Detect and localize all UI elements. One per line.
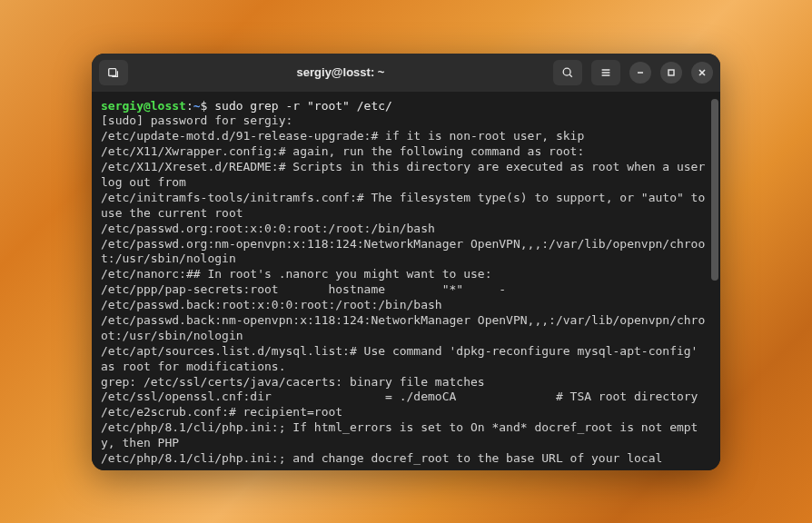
output-line: /etc/e2scrub.conf:# recipient=root	[101, 405, 711, 420]
output-line: /etc/apt/sources.list.d/mysql.list:# Use…	[101, 344, 711, 375]
output-line: /etc/passwd.org:nm-openvpn:x:118:124:Net…	[101, 237, 711, 268]
titlebar-left	[99, 60, 128, 85]
output-line: /etc/passwd.back:root:x:0:0:root:/root:/…	[101, 298, 711, 313]
prompt-path: ~	[193, 99, 201, 113]
terminal-window: sergiy@losst: ~ s	[92, 54, 720, 470]
output-line: /etc/nanorc:## In root's .nanorc you mig…	[101, 267, 711, 282]
terminal-output[interactable]: sergiy@losst:~$ sudo grep -r "root" /etc…	[92, 92, 720, 470]
close-button[interactable]	[691, 62, 713, 84]
svg-point-1	[563, 68, 570, 75]
output-line: /etc/ppp/pap-secrets:root hostname "*" -	[101, 282, 711, 298]
output-line: /etc/initramfs-tools/initramfs.conf:# Th…	[101, 191, 711, 222]
minimize-button[interactable]	[629, 62, 651, 84]
output-line: /etc/passwd.org:root:x:0:0:root:/root:/b…	[101, 222, 711, 237]
output-line: /etc/X11/Xwrapper.config:# again, run th…	[101, 144, 711, 160]
scrollbar[interactable]	[711, 99, 718, 281]
output-line: /etc/passwd.back:nm-openvpn:x:118:124:Ne…	[101, 313, 711, 344]
titlebar-right	[553, 60, 713, 85]
command-text: sudo grep -r "root" /etc/	[214, 99, 392, 113]
prompt-user: sergiy@losst	[101, 99, 186, 113]
output-line: grep: /etc/ssl/certs/java/cacerts: binar…	[101, 375, 711, 390]
svg-rect-0	[109, 68, 116, 75]
window-title: sergiy@losst: ~	[128, 65, 553, 79]
output-line: /etc/ssl/openssl.cnf:dir = ./demoCA # TS…	[101, 390, 711, 405]
output-line: /etc/update-motd.d/91-release-upgrade:# …	[101, 129, 711, 144]
prompt-sep1: :	[186, 99, 193, 113]
search-button[interactable]	[553, 60, 582, 85]
output-line: [sudo] password for sergiy:	[101, 113, 711, 129]
output-line: /etc/X11/Xreset.d/README:# Scripts in th…	[101, 160, 711, 191]
prompt-sep2: $	[201, 99, 215, 113]
output-line: /etc/php/8.1/cli/php.ini:; If html_error…	[101, 420, 711, 451]
output-line: /etc/php/8.1/cli/php.ini:; and change do…	[101, 451, 711, 467]
new-tab-button[interactable]	[99, 60, 128, 85]
prompt-line: sergiy@losst:~$ sudo grep -r "root" /etc…	[101, 99, 711, 114]
maximize-button[interactable]	[660, 62, 682, 84]
titlebar: sergiy@losst: ~	[92, 54, 720, 92]
svg-rect-2	[668, 70, 674, 75]
menu-button[interactable]	[591, 60, 620, 85]
